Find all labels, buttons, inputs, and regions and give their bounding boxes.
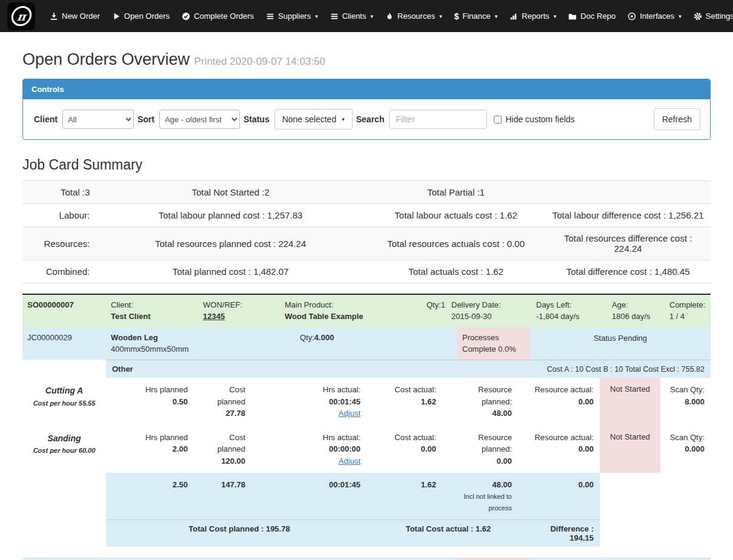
nav-label: New Order <box>62 12 100 21</box>
process-name-cell: Sanding Cost per hour 60.00 <box>22 426 106 473</box>
so-wonref-cell: WON/REF: 12345 <box>198 295 280 328</box>
hrs-planned-value: 0.50 <box>112 396 188 408</box>
nav-settings[interactable]: Settings ▾ <box>688 12 733 21</box>
nav-finance[interactable]: $ Finance ▾ <box>448 12 504 21</box>
adjust-link[interactable]: Adjust <box>339 456 360 466</box>
cost-actual-label: Cost actual: <box>373 384 436 396</box>
page-title-text: Open Orders Overview <box>22 50 190 68</box>
other-row-spacer <box>22 360 106 378</box>
sort-label: Sort <box>138 114 154 124</box>
controls-panel-heading: Controls <box>23 79 710 99</box>
folder-icon <box>568 12 577 21</box>
summary-cell: Total Not Started :2 <box>95 181 366 204</box>
search-label: Search <box>356 114 385 124</box>
subtotal-hrs-actual: 00:01:45 <box>251 473 366 519</box>
hrs-actual-value: 00:00:00 <box>257 443 360 455</box>
nav-doc-repo[interactable]: Doc Repo <box>562 12 622 21</box>
subtotal-cost-planned: 147.78 <box>194 473 251 519</box>
nav-complete-orders[interactable]: Complete Orders <box>176 12 260 21</box>
process-status: Not Started <box>600 378 660 426</box>
cost-planned-label: Cost planned <box>200 384 245 407</box>
main-product-value: Wood Table Example <box>285 311 411 323</box>
refresh-button[interactable]: Refresh <box>654 108 700 130</box>
summary-cell: Combined: <box>22 260 95 283</box>
summary-table: Total :3 Total Not Started :2 Total Part… <box>22 180 711 283</box>
nav-label: Resources <box>397 12 435 21</box>
client-select[interactable]: All <box>62 110 134 129</box>
sort-select[interactable]: Age - oldest first <box>159 110 240 129</box>
search-input[interactable] <box>389 110 487 129</box>
summary-cell: Total resources actuals cost : 0.00 <box>366 227 545 260</box>
nav-suppliers[interactable]: Suppliers ▾ <box>260 12 324 21</box>
subtotal-resource-planned-value: 48.00 <box>448 479 512 491</box>
nav-label: Interfaces <box>640 12 674 21</box>
processes-complete-pct: Complete 0.0% <box>462 344 525 355</box>
hide-custom-fields-checkbox[interactable] <box>494 116 502 124</box>
list-icon <box>266 12 274 21</box>
cost-actual-label: Cost actual: <box>373 432 436 444</box>
hrs-actual-label: Hrs actual: <box>257 432 360 444</box>
summary-row-labour: Labour: Total labour planned cost : 1,25… <box>22 204 711 227</box>
jc-product-cell: Wooden Top 700mmx400mm <box>106 558 295 560</box>
subtotal-scan-spacer <box>660 473 711 519</box>
nav-interfaces[interactable]: Interfaces ▾ <box>622 12 688 21</box>
process-subtotal-row: 2.50 147.78 00:01:45 1.62 48.00 Incl not… <box>22 473 711 519</box>
nav-new-order[interactable]: New Order <box>44 12 106 21</box>
resource-planned-label: Resource planned: <box>448 432 512 455</box>
so-client-cell: Client: Test Client <box>106 295 198 328</box>
totals-spacer <box>22 519 106 547</box>
summary-row-combined: Combined: Total planned cost : 1,482.07 … <box>22 260 711 283</box>
age-label: Age: <box>612 300 660 311</box>
gear-icon <box>694 12 702 21</box>
subtotal-status-spacer <box>600 473 660 519</box>
hide-custom-fields-label: Hide custom fields <box>505 114 574 124</box>
job-card-totals-row: Total Cost planned : 195.78 Total Cost a… <box>22 519 711 547</box>
sales-order-row: SO00000007 Client: Test Client WON/REF: … <box>22 294 711 328</box>
cost-actual-value: 1.62 <box>373 396 436 408</box>
adjust-link[interactable]: Adjust <box>339 409 360 418</box>
processes-label: Processes <box>462 332 525 344</box>
nav-clients[interactable]: Clients ▾ <box>324 12 379 21</box>
nav-label: Complete Orders <box>194 12 254 21</box>
resource-actual-cell: Resource actual: 0.00 <box>518 378 600 426</box>
nav-label: Clients <box>342 12 366 21</box>
so-complete-cell: Complete: 1 / 4 <box>665 295 711 328</box>
resource-actual-value: 0.00 <box>524 396 594 408</box>
app-logo[interactable]: π <box>7 2 35 30</box>
wonref-link[interactable]: 12345 <box>203 312 225 321</box>
resource-planned-value: 0.00 <box>448 455 512 467</box>
jc-processes-complete-cell: Processes Complete 0.0% <box>457 328 530 360</box>
process-status: Not Started <box>600 426 660 473</box>
jc-number: JC00000029 <box>22 328 106 360</box>
hide-custom-fields: Hide custom fields <box>491 114 574 125</box>
so-age-cell: Age: 1806 day/s <box>607 295 665 328</box>
summary-cell: Total resources difference cost : 224.24 <box>545 227 711 260</box>
nav-resources[interactable]: Resources ▾ <box>379 12 448 21</box>
row-gap <box>22 547 711 558</box>
summary-cell: Resources: <box>22 227 95 260</box>
resource-actual-label: Resource actual: <box>524 384 594 396</box>
client-value: Test Client <box>111 311 193 323</box>
navbar: π New Order Open Orders Complete Orders … <box>0 0 733 32</box>
total-cost-actual: Total Cost actual : 1.62 <box>373 519 524 547</box>
nav-label: Doc Repo <box>580 12 615 21</box>
cost-actual-cell: Cost actual: 0.00 <box>366 426 442 473</box>
controls-panel-body: Client All Sort Age - oldest first Statu… <box>23 99 710 139</box>
logo-pi-icon: π <box>10 6 33 26</box>
jc-processes-complete-cell: Processes Complete 0.0% <box>457 558 530 560</box>
nav-reports[interactable]: Reports ▾ <box>503 12 562 21</box>
status-multiselect-button[interactable]: None selected ▾ <box>274 109 353 130</box>
resource-planned-label: Resource planned: <box>448 384 512 407</box>
total-cost-planned: Total Cost planned : 195.78 <box>106 519 373 547</box>
jc-status: Status Pending <box>530 328 711 360</box>
days-left-label: Days Left: <box>536 300 602 311</box>
so-number: SO00000007 <box>22 295 106 328</box>
nav-label: Reports <box>522 12 549 21</box>
days-left-value: -1,804 day/s <box>536 311 602 323</box>
nav-open-orders[interactable]: Open Orders <box>106 12 176 21</box>
age-value: 1806 day/s <box>612 311 660 323</box>
fire-icon <box>385 12 394 21</box>
cost-planned-cell: Cost planned 120.00 <box>194 426 251 473</box>
summary-cell: Total labour difference cost : 1,256.21 <box>545 204 711 227</box>
hrs-planned-cell: Hrs planned 2.00 <box>106 426 194 473</box>
